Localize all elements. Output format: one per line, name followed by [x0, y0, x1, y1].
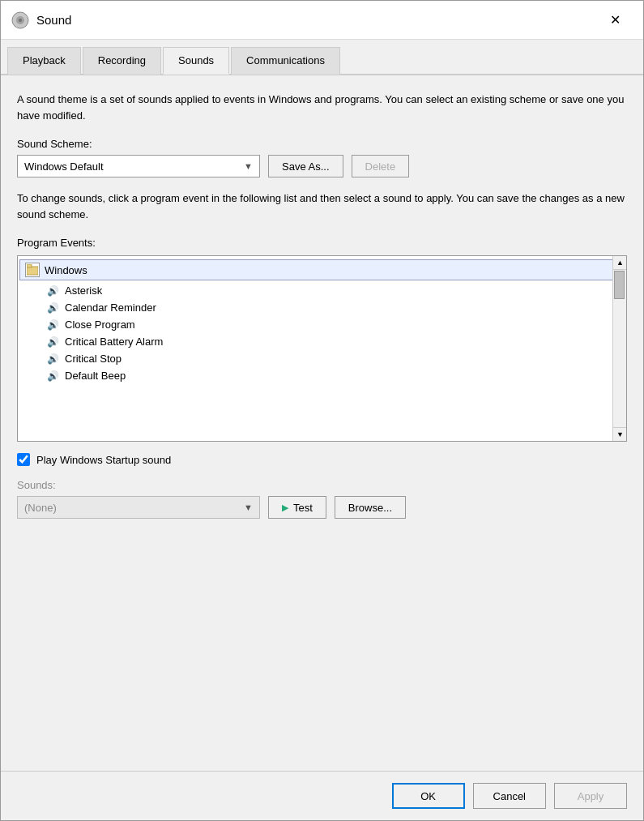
speaker-icon: 🔊 [47, 353, 60, 365]
play-startup-row: Play Windows Startup sound [17, 453, 627, 466]
event-item-label: Asterisk [65, 284, 102, 297]
windows-folder-icon [25, 263, 40, 277]
event-item-label: Close Program [65, 319, 135, 331]
sound-scheme-value: Windows Default [24, 160, 104, 173]
delete-button[interactable]: Delete [352, 155, 410, 177]
event-item-label: Critical Stop [65, 353, 122, 365]
browse-button[interactable]: Browse... [335, 496, 406, 519]
event-item-close-program[interactable]: 🔊 Close Program [18, 316, 626, 333]
ok-button[interactable]: OK [392, 783, 465, 809]
event-group-windows[interactable]: Windows [19, 259, 625, 280]
scrollbar-thumb[interactable] [614, 271, 625, 299]
speaker-title-icon [11, 11, 30, 30]
program-events-label: Program Events: [17, 237, 627, 249]
dialog-footer: OK Cancel Apply [1, 771, 643, 820]
chevron-down-icon: ▼ [244, 161, 253, 171]
tab-playback[interactable]: Playback [7, 47, 81, 75]
tab-sounds[interactable]: Sounds [163, 47, 229, 75]
tab-communications[interactable]: Communications [231, 47, 340, 75]
svg-rect-4 [27, 264, 32, 267]
window-title: Sound [36, 13, 71, 27]
sound-dialog: Sound ✕ Playback Recording Sounds Commun… [0, 0, 644, 821]
event-item-label: Critical Battery Alarm [65, 336, 163, 348]
title-bar: Sound ✕ [1, 1, 643, 40]
sounds-dropdown[interactable]: (None) ▼ [17, 496, 260, 519]
play-startup-checkbox[interactable] [17, 453, 30, 466]
speaker-icon: 🔊 [47, 319, 60, 331]
program-events-list[interactable]: Windows 🔊 Asterisk 🔊 Calendar Reminder 🔊… [17, 255, 627, 442]
chevron-down-icon: ▼ [244, 502, 253, 512]
test-button[interactable]: ▶ Test [268, 496, 326, 519]
tab-bar: Playback Recording Sounds Communications [1, 40, 643, 75]
sound-scheme-dropdown[interactable]: Windows Default ▼ [17, 155, 260, 177]
close-button[interactable]: ✕ [596, 7, 633, 33]
cancel-button[interactable]: Cancel [473, 783, 546, 809]
event-item-asterisk[interactable]: 🔊 Asterisk [18, 282, 626, 299]
event-item-critical-stop[interactable]: 🔊 Critical Stop [18, 350, 626, 367]
tab-recording[interactable]: Recording [83, 47, 161, 75]
scheme-description: A sound theme is a set of sounds applied… [17, 92, 627, 123]
event-group-label: Windows [45, 264, 87, 276]
sound-scheme-row: Windows Default ▼ Save As... Delete [17, 155, 627, 177]
play-icon: ▶ [282, 502, 288, 513]
scroll-up-button[interactable]: ▲ [613, 256, 627, 270]
event-item-default-beep[interactable]: 🔊 Default Beep [18, 367, 626, 384]
event-item-critical-battery[interactable]: 🔊 Critical Battery Alarm [18, 333, 626, 350]
play-startup-label[interactable]: Play Windows Startup sound [36, 454, 171, 466]
event-item-label: Calendar Reminder [65, 301, 156, 314]
event-item-label: Default Beep [65, 370, 126, 382]
sounds-row: (None) ▼ ▶ Test Browse... [17, 496, 627, 519]
svg-point-2 [19, 19, 22, 22]
apply-button[interactable]: Apply [554, 783, 627, 809]
save-as-button[interactable]: Save As... [268, 155, 343, 177]
event-item-calendar-reminder[interactable]: 🔊 Calendar Reminder [18, 299, 626, 316]
change-description: To change sounds, click a program event … [17, 190, 627, 222]
sounds-section-label: Sounds: [17, 479, 627, 491]
scrollbar[interactable]: ▲ ▼ [612, 256, 626, 441]
speaker-icon: 🔊 [47, 285, 60, 297]
sounds-value: (None) [24, 502, 57, 514]
scroll-down-button[interactable]: ▼ [613, 427, 627, 441]
speaker-icon: 🔊 [47, 370, 60, 382]
speaker-icon: 🔊 [47, 336, 60, 348]
test-label: Test [293, 502, 313, 514]
sound-scheme-label: Sound Scheme: [17, 138, 627, 150]
tab-content: A sound theme is a set of sounds applied… [1, 75, 643, 771]
speaker-icon: 🔊 [47, 302, 60, 314]
